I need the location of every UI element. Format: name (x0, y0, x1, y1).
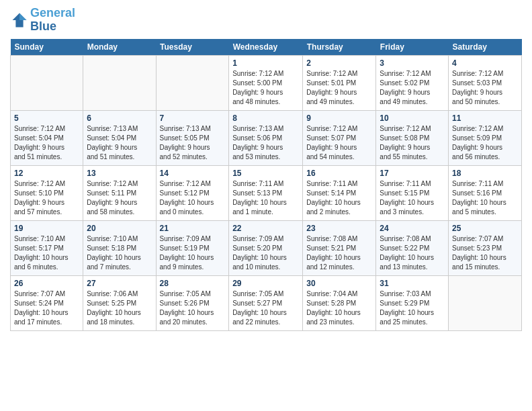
day-number: 10 (380, 113, 445, 123)
day-info: Sunrise: 7:12 AM Sunset: 5:07 PM Dayligh… (306, 124, 372, 162)
calendar-table: SundayMondayTuesdayWednesdayThursdayFrid… (10, 39, 522, 331)
calendar-container: General Blue SundayMondayTuesdayWednesda… (0, 0, 532, 411)
day-info: Sunrise: 7:08 AM Sunset: 5:21 PM Dayligh… (306, 234, 372, 272)
day-number: 11 (452, 113, 518, 123)
calendar-cell: 27Sunrise: 7:06 AM Sunset: 5:25 PM Dayli… (83, 275, 156, 330)
calendar-cell: 1Sunrise: 7:12 AM Sunset: 5:00 PM Daylig… (229, 55, 303, 110)
calendar-cell: 7Sunrise: 7:13 AM Sunset: 5:05 PM Daylig… (156, 110, 229, 165)
calendar-cell: 19Sunrise: 7:10 AM Sunset: 5:17 PM Dayli… (11, 220, 83, 275)
day-info: Sunrise: 7:05 AM Sunset: 5:26 PM Dayligh… (160, 289, 226, 327)
calendar-cell: 9Sunrise: 7:12 AM Sunset: 5:07 PM Daylig… (303, 110, 376, 165)
day-info: Sunrise: 7:12 AM Sunset: 5:01 PM Dayligh… (306, 69, 372, 107)
day-info: Sunrise: 7:12 AM Sunset: 5:12 PM Dayligh… (160, 179, 226, 217)
calendar-cell: 18Sunrise: 7:11 AM Sunset: 5:16 PM Dayli… (449, 165, 522, 220)
day-number: 5 (14, 113, 79, 123)
day-info: Sunrise: 7:12 AM Sunset: 5:03 PM Dayligh… (452, 69, 518, 107)
week-row-3: 12Sunrise: 7:12 AM Sunset: 5:10 PM Dayli… (11, 165, 522, 220)
col-header-wednesday: Wednesday (229, 39, 303, 56)
day-number: 28 (160, 279, 226, 288)
day-info: Sunrise: 7:11 AM Sunset: 5:16 PM Dayligh… (452, 179, 518, 217)
calendar-cell: 30Sunrise: 7:04 AM Sunset: 5:28 PM Dayli… (303, 275, 376, 330)
week-row-1: 1Sunrise: 7:12 AM Sunset: 5:00 PM Daylig… (11, 55, 522, 110)
day-info: Sunrise: 7:10 AM Sunset: 5:17 PM Dayligh… (14, 234, 79, 272)
day-info: Sunrise: 7:12 AM Sunset: 5:11 PM Dayligh… (87, 179, 152, 217)
col-header-saturday: Saturday (449, 39, 522, 56)
calendar-cell (11, 55, 83, 110)
day-info: Sunrise: 7:12 AM Sunset: 5:00 PM Dayligh… (232, 69, 299, 107)
day-number: 20 (87, 224, 152, 233)
day-info: Sunrise: 7:12 AM Sunset: 5:04 PM Dayligh… (14, 124, 79, 162)
day-number: 12 (14, 169, 79, 178)
calendar-cell: 29Sunrise: 7:05 AM Sunset: 5:27 PM Dayli… (229, 275, 303, 330)
day-number: 1 (232, 58, 299, 68)
col-header-sunday: Sunday (11, 39, 83, 56)
day-number: 15 (232, 169, 299, 178)
day-info: Sunrise: 7:06 AM Sunset: 5:25 PM Dayligh… (87, 289, 152, 327)
calendar-cell: 5Sunrise: 7:12 AM Sunset: 5:04 PM Daylig… (11, 110, 83, 165)
day-number: 23 (306, 224, 372, 233)
calendar-cell: 11Sunrise: 7:12 AM Sunset: 5:09 PM Dayli… (449, 110, 522, 165)
calendar-cell: 6Sunrise: 7:13 AM Sunset: 5:04 PM Daylig… (83, 110, 156, 165)
day-number: 4 (452, 58, 518, 68)
col-header-monday: Monday (83, 39, 156, 56)
calendar-cell: 26Sunrise: 7:07 AM Sunset: 5:24 PM Dayli… (11, 275, 83, 330)
calendar-cell: 20Sunrise: 7:10 AM Sunset: 5:18 PM Dayli… (83, 220, 156, 275)
day-number: 19 (14, 224, 79, 233)
calendar-cell: 4Sunrise: 7:12 AM Sunset: 5:03 PM Daylig… (449, 55, 522, 110)
day-info: Sunrise: 7:13 AM Sunset: 5:05 PM Dayligh… (160, 124, 226, 162)
calendar-cell: 2Sunrise: 7:12 AM Sunset: 5:01 PM Daylig… (303, 55, 376, 110)
day-info: Sunrise: 7:12 AM Sunset: 5:02 PM Dayligh… (380, 69, 445, 107)
week-row-5: 26Sunrise: 7:07 AM Sunset: 5:24 PM Dayli… (11, 275, 522, 330)
day-info: Sunrise: 7:08 AM Sunset: 5:22 PM Dayligh… (380, 234, 445, 272)
day-info: Sunrise: 7:05 AM Sunset: 5:27 PM Dayligh… (232, 289, 299, 327)
logo-blue: Blue (30, 19, 56, 33)
day-number: 27 (87, 279, 152, 288)
col-header-friday: Friday (376, 39, 449, 56)
calendar-cell: 8Sunrise: 7:13 AM Sunset: 5:06 PM Daylig… (229, 110, 303, 165)
logo-icon (10, 11, 29, 30)
calendar-cell: 24Sunrise: 7:08 AM Sunset: 5:22 PM Dayli… (376, 220, 449, 275)
day-info: Sunrise: 7:07 AM Sunset: 5:23 PM Dayligh… (452, 234, 518, 272)
day-number: 14 (160, 169, 226, 178)
calendar-cell: 14Sunrise: 7:12 AM Sunset: 5:12 PM Dayli… (156, 165, 229, 220)
calendar-cell (156, 55, 229, 110)
calendar-cell: 21Sunrise: 7:09 AM Sunset: 5:19 PM Dayli… (156, 220, 229, 275)
day-number: 17 (380, 169, 445, 178)
day-number: 21 (160, 224, 226, 233)
day-number: 24 (380, 224, 445, 233)
calendar-cell (83, 55, 156, 110)
calendar-cell: 13Sunrise: 7:12 AM Sunset: 5:11 PM Dayli… (83, 165, 156, 220)
logo-general: General (30, 6, 75, 19)
day-info: Sunrise: 7:11 AM Sunset: 5:14 PM Dayligh… (306, 179, 372, 217)
day-number: 18 (452, 169, 518, 178)
logo: General Blue (10, 7, 75, 34)
day-number: 26 (14, 279, 79, 288)
day-number: 9 (306, 113, 372, 123)
calendar-cell: 10Sunrise: 7:12 AM Sunset: 5:08 PM Dayli… (376, 110, 449, 165)
col-header-tuesday: Tuesday (156, 39, 229, 56)
day-info: Sunrise: 7:04 AM Sunset: 5:28 PM Dayligh… (306, 289, 372, 327)
day-info: Sunrise: 7:13 AM Sunset: 5:04 PM Dayligh… (87, 124, 152, 162)
day-info: Sunrise: 7:10 AM Sunset: 5:18 PM Dayligh… (87, 234, 152, 272)
calendar-cell: 15Sunrise: 7:11 AM Sunset: 5:13 PM Dayli… (229, 165, 303, 220)
calendar-cell: 23Sunrise: 7:08 AM Sunset: 5:21 PM Dayli… (303, 220, 376, 275)
day-info: Sunrise: 7:03 AM Sunset: 5:29 PM Dayligh… (380, 289, 445, 327)
day-number: 22 (232, 224, 299, 233)
svg-marker-1 (19, 13, 27, 20)
day-info: Sunrise: 7:11 AM Sunset: 5:13 PM Dayligh… (232, 179, 299, 217)
calendar-cell: 3Sunrise: 7:12 AM Sunset: 5:02 PM Daylig… (376, 55, 449, 110)
calendar-cell: 16Sunrise: 7:11 AM Sunset: 5:14 PM Dayli… (303, 165, 376, 220)
day-number: 13 (87, 169, 152, 178)
calendar-header-row: SundayMondayTuesdayWednesdayThursdayFrid… (11, 39, 522, 56)
day-info: Sunrise: 7:12 AM Sunset: 5:09 PM Dayligh… (452, 124, 518, 162)
day-number: 16 (306, 169, 372, 178)
week-row-4: 19Sunrise: 7:10 AM Sunset: 5:17 PM Dayli… (11, 220, 522, 275)
day-info: Sunrise: 7:12 AM Sunset: 5:08 PM Dayligh… (380, 124, 445, 162)
page-header: General Blue (10, 7, 522, 34)
day-number: 25 (452, 224, 518, 233)
calendar-cell: 22Sunrise: 7:09 AM Sunset: 5:20 PM Dayli… (229, 220, 303, 275)
calendar-cell: 12Sunrise: 7:12 AM Sunset: 5:10 PM Dayli… (11, 165, 83, 220)
day-info: Sunrise: 7:07 AM Sunset: 5:24 PM Dayligh… (14, 289, 79, 327)
day-number: 8 (232, 113, 299, 123)
day-info: Sunrise: 7:13 AM Sunset: 5:06 PM Dayligh… (232, 124, 299, 162)
